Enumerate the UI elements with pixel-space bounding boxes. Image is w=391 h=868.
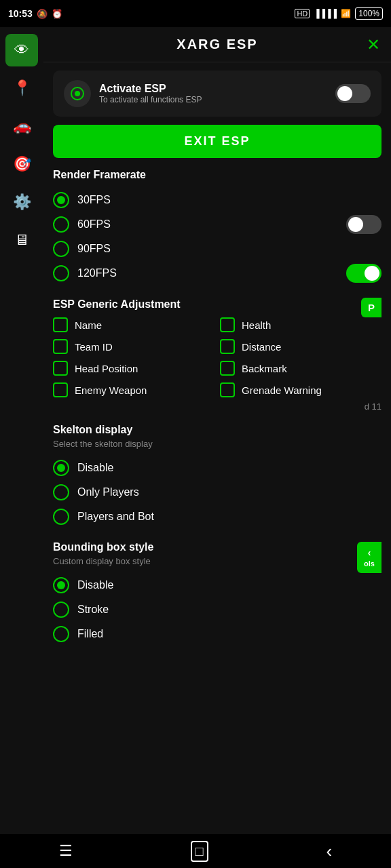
car-icon: 🚗 xyxy=(13,117,31,135)
skelton-onlyplayers-label: Only Players xyxy=(77,486,139,498)
sidebar-item-location[interactable]: 📍 xyxy=(5,72,38,104)
activate-texts: Activate ESP To activate all functions E… xyxy=(99,83,202,104)
status-right: HD ▐▐▐▐ 📶 100% xyxy=(295,7,383,20)
skelton-playersbot-label: Players and Bot xyxy=(77,511,154,523)
checkbox-distance-box[interactable] xyxy=(220,339,235,354)
skelton-display-section: Skelton display Select the skelton displ… xyxy=(53,424,381,529)
title-bar: XARG ESP ✕ xyxy=(43,27,391,62)
menu-button[interactable]: ☰ xyxy=(59,842,73,860)
bbox-filled-label: Filled xyxy=(77,628,103,640)
checkbox-headposition-label: Head Position xyxy=(75,363,138,374)
bbox-stroke-option[interactable]: Stroke xyxy=(53,597,381,622)
render-framerate-section: Render Framerate 30FPS 60FPS 90FPS xyxy=(53,169,381,285)
checkbox-enemyweapon-box[interactable] xyxy=(53,382,68,397)
eye-icon: 👁 xyxy=(14,41,29,59)
activate-esp-card: Activate ESP To activate all functions E… xyxy=(53,71,381,117)
tools-label: ols xyxy=(364,559,375,568)
fps-120-radio[interactable] xyxy=(53,265,69,281)
esp-generic-checkboxes: Name Health Team ID Distance Head Positi… xyxy=(53,317,381,397)
back-button[interactable]: ‹ xyxy=(326,841,332,862)
exit-esp-button[interactable]: EXIT ESP xyxy=(53,125,381,158)
app-title: XARG ESP xyxy=(176,37,257,52)
skelton-display-subtitle: Select the skelton display xyxy=(53,439,381,449)
bounding-box-tools-button[interactable]: ‹ ols xyxy=(357,542,381,573)
chip-icon: 🖥 xyxy=(14,231,29,249)
checkbox-name-label: Name xyxy=(75,319,102,331)
checkbox-teamid[interactable]: Team ID xyxy=(53,339,215,354)
activate-esp-toggle[interactable] xyxy=(335,84,371,103)
render-framerate-title: Render Framerate xyxy=(53,169,381,181)
sidebar-item-settings[interactable]: ⚙️ xyxy=(5,186,38,218)
checkbox-grenadewarning-box[interactable] xyxy=(220,382,235,397)
skelton-onlyplayers-radio[interactable] xyxy=(53,484,69,500)
esp-generic-action-button[interactable]: P xyxy=(361,298,381,317)
fps-30-radio[interactable] xyxy=(53,192,69,208)
checkbox-distance-label: Distance xyxy=(242,341,281,353)
fps-60-label: 60FPS xyxy=(77,218,111,231)
checkbox-headposition-box[interactable] xyxy=(53,361,68,376)
checkbox-health-box[interactable] xyxy=(220,317,235,332)
sidebar-item-target[interactable]: 🎯 xyxy=(5,148,38,180)
skelton-disable-label: Disable xyxy=(77,462,113,474)
skelton-disable-option[interactable]: Disable xyxy=(53,456,381,480)
esp-generic-title: ESP Generic Adjustment xyxy=(53,298,181,311)
close-button[interactable]: ✕ xyxy=(367,35,380,54)
bbox-filled-option[interactable]: Filled xyxy=(53,622,381,646)
skelton-display-title: Skelton display xyxy=(53,424,381,436)
sidebar-item-chip[interactable]: 🖥 xyxy=(5,224,38,256)
checkbox-name[interactable]: Name xyxy=(53,317,215,332)
time-display: 10:53 xyxy=(8,8,33,19)
side-nav: 👁 📍 🚗 🎯 ⚙️ 🖥 xyxy=(0,27,43,834)
checkbox-health[interactable]: Health xyxy=(220,317,381,332)
sidebar-item-eye[interactable]: 👁 xyxy=(5,34,38,66)
checkbox-grenadewarning[interactable]: Grenade Warning xyxy=(220,382,381,397)
location-icon: 📍 xyxy=(13,79,31,97)
bbox-stroke-radio[interactable] xyxy=(53,601,69,618)
checkbox-enemyweapon[interactable]: Enemy Weapon xyxy=(53,382,215,397)
fps-60-radio[interactable] xyxy=(53,216,69,233)
svg-point-1 xyxy=(75,91,80,96)
checkbox-teamid-label: Team ID xyxy=(75,341,113,353)
skelton-onlyplayers-option[interactable]: Only Players xyxy=(53,480,381,505)
bbox-stroke-label: Stroke xyxy=(77,604,109,616)
checkbox-backmark-label: Backmark xyxy=(242,363,287,374)
fps-30-option[interactable]: 30FPS xyxy=(53,188,381,212)
bbox-filled-radio[interactable] xyxy=(53,626,69,642)
skelton-disable-radio[interactable] xyxy=(53,460,69,476)
checkbox-headposition[interactable]: Head Position xyxy=(53,361,215,376)
checkbox-distance[interactable]: Distance xyxy=(220,339,381,354)
home-button[interactable]: □ xyxy=(191,841,208,862)
status-left: 10:53 🔕 ⏰ xyxy=(8,8,62,19)
bounding-box-title: Bounding box style xyxy=(53,541,153,553)
fps-90-label: 90FPS xyxy=(77,243,111,255)
sidebar-item-vehicle[interactable]: 🚗 xyxy=(5,110,38,142)
fps-90-radio[interactable] xyxy=(53,241,69,257)
alarm-icon: ⏰ xyxy=(52,9,62,19)
status-bar: 10:53 🔕 ⏰ HD ▐▐▐▐ 📶 100% xyxy=(0,0,391,27)
hd-badge: HD xyxy=(295,9,310,18)
bbox-disable-option[interactable]: Disable xyxy=(53,573,381,597)
bbox-disable-radio[interactable] xyxy=(53,577,69,593)
checkbox-name-box[interactable] xyxy=(53,317,68,332)
checkbox-grenadewarning-label: Grenade Warning xyxy=(242,384,322,396)
bounding-box-subtitle: Custom display box style xyxy=(53,556,153,566)
chevron-left-icon: ‹ xyxy=(368,547,371,558)
activate-esp-info: Activate ESP To activate all functions E… xyxy=(64,80,202,107)
activate-subtitle: To activate all functions ESP xyxy=(99,95,202,104)
checkbox-backmark[interactable]: Backmark xyxy=(220,361,381,376)
mute-icon: 🔕 xyxy=(37,9,48,19)
bbox-disable-label: Disable xyxy=(77,579,113,591)
checkbox-backmark-box[interactable] xyxy=(220,361,235,376)
skelton-playersbot-option[interactable]: Players and Bot xyxy=(53,505,381,529)
battery-icon: 100% xyxy=(355,7,383,20)
toggle-120fps[interactable] xyxy=(346,264,381,283)
fps-90-option[interactable]: 90FPS xyxy=(53,237,381,261)
checkbox-enemyweapon-label: Enemy Weapon xyxy=(75,384,147,396)
esp-generic-section: ESP Generic Adjustment P Name Health Tea… xyxy=(53,298,381,412)
fps-120-option[interactable]: 120FPS xyxy=(53,261,117,285)
skelton-playersbot-radio[interactable] xyxy=(53,509,69,525)
fps-60-option[interactable]: 60FPS xyxy=(53,212,111,237)
checkbox-teamid-box[interactable] xyxy=(53,339,68,354)
toggle-60fps[interactable] xyxy=(346,215,381,234)
number-badge: d 11 xyxy=(365,401,381,412)
